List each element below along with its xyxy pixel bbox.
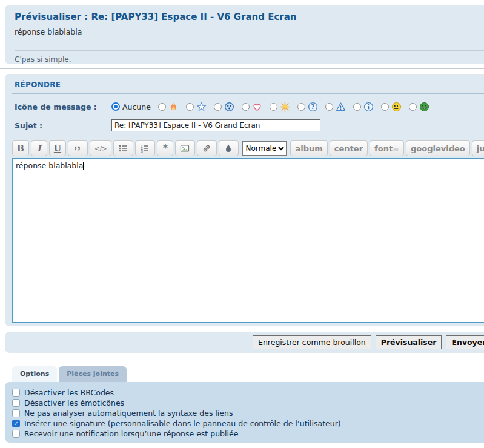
heart-icon — [252, 102, 262, 112]
font-bbcode-button[interactable]: font= — [370, 140, 404, 156]
yellow-smiley-icon — [391, 102, 402, 112]
forum-reply-page: Prévisualiser : Re: [PAPY33] Espace II -… — [0, 5, 484, 443]
underline-button[interactable]: U — [49, 140, 66, 156]
editor-text: réponse blablabla — [16, 161, 83, 170]
link-icon — [202, 143, 212, 154]
font-color-button[interactable] — [219, 140, 239, 156]
star-icon — [196, 102, 207, 112]
radio-icon-star[interactable] — [186, 102, 207, 112]
subject-row: Sujet : — [12, 119, 484, 131]
bullet-list-button[interactable] — [113, 140, 133, 156]
color-droplet-icon — [224, 143, 234, 154]
option-notify-reply[interactable]: Recevoir une notification lorsqu’une rép… — [12, 429, 484, 439]
green-grin-icon — [419, 102, 429, 112]
svg-text:?: ? — [311, 104, 314, 110]
radio-icon-green-grin[interactable] — [409, 102, 429, 112]
ordered-list-button[interactable]: 123 — [135, 140, 155, 156]
radio-selected[interactable] — [111, 102, 120, 111]
bullet-list-icon — [118, 143, 128, 154]
code-button[interactable]: </> — [90, 140, 111, 156]
option-disable-smilies[interactable]: Désactiver les émoticônes — [12, 398, 484, 408]
quote-icon — [73, 143, 83, 154]
subject-input[interactable] — [111, 119, 320, 131]
insert-link-button[interactable] — [197, 140, 217, 156]
bbcode-toolbar: B I U </> 123 * Normale album center fon… — [12, 140, 484, 156]
svg-text:3: 3 — [141, 149, 144, 153]
radio-icon-question[interactable]: ? — [297, 102, 318, 112]
submit-button[interactable]: Envoyer — [446, 335, 484, 349]
option-no-url-parse[interactable]: Ne pas analyser automatiquement la synta… — [12, 408, 484, 418]
subject-label: Sujet : — [15, 121, 111, 130]
ordered-list-icon: 123 — [140, 143, 150, 154]
option-attach-signature[interactable]: Insérer une signature (personnalisable d… — [12, 418, 484, 429]
options-tabs: Options Pièces jointes — [12, 366, 484, 382]
quote-button[interactable] — [68, 140, 88, 156]
font-size-select[interactable]: Normale — [242, 141, 287, 156]
option-disable-bbcodes[interactable]: Désactiver les BBCodes — [12, 387, 484, 398]
googlevideo-bbcode-button[interactable]: googlevideo — [406, 140, 470, 156]
preview-title: Prévisualiser : Re: [PAPY33] Espace II -… — [15, 12, 484, 22]
radio-icon-none[interactable]: Aucune — [111, 102, 151, 111]
options-panel: Désactiver les BBCodes Désactiver les ém… — [5, 382, 484, 443]
checkbox[interactable] — [12, 399, 20, 407]
italic-button[interactable]: I — [31, 140, 47, 156]
insert-image-button[interactable] — [175, 140, 195, 156]
info-icon — [363, 102, 374, 112]
radio-icon-heart[interactable] — [242, 102, 262, 112]
tab-attachments[interactable]: Pièces jointes — [59, 366, 127, 382]
checkbox[interactable] — [12, 389, 20, 397]
list-item-button[interactable]: * — [157, 140, 173, 156]
checkbox[interactable] — [12, 430, 20, 438]
warning-triangle-icon — [336, 102, 346, 112]
idea-bulb-icon — [280, 102, 290, 112]
preview-post-body: réponse blablabla — [15, 27, 484, 36]
message-icon-radios: Aucune — [111, 102, 429, 112]
radio-none-label: Aucune — [122, 102, 151, 111]
message-icon-label: Icône de message : — [15, 102, 111, 111]
preview-panel: Prévisualiser : Re: [PAPY33] Espace II -… — [5, 5, 484, 64]
message-editor[interactable]: réponse blablabla — [12, 158, 484, 323]
preview-button[interactable]: Prévisualiser — [376, 335, 442, 349]
save-draft-button[interactable]: Enregistrer comme brouillon — [253, 335, 371, 349]
reply-form-panel: RÉPONDRE Icône de message : Aucune — [5, 74, 484, 326]
center-bbcode-button[interactable]: center — [330, 140, 368, 156]
message-icon-row: Icône de message : Aucune — [12, 100, 484, 113]
justify-bbcode-button[interactable]: justify — [472, 140, 484, 156]
album-bbcode-button[interactable]: album — [290, 140, 327, 156]
question-icon: ? — [308, 102, 318, 112]
radio-icon-fire[interactable] — [158, 102, 179, 112]
radio-icon-info[interactable] — [353, 102, 374, 112]
bold-button[interactable]: B — [12, 140, 29, 156]
fire-icon — [168, 102, 179, 112]
actions-group: Enregistrer comme brouillon Prévisualise… — [253, 335, 484, 349]
tab-options[interactable]: Options — [12, 366, 57, 382]
text-caret — [83, 162, 84, 170]
checkbox[interactable] — [12, 420, 20, 427]
shocked-face-icon — [224, 102, 234, 112]
actions-panel: Enregistrer comme brouillon Prévisualise… — [5, 332, 484, 353]
checkbox[interactable] — [12, 409, 20, 417]
radio-icon-warning[interactable] — [325, 102, 346, 112]
signature-text: C'pas si simple. — [15, 50, 484, 64]
radio-icon-yellow-smiley[interactable] — [381, 102, 402, 112]
reply-section-header: RÉPONDRE — [12, 79, 484, 94]
image-icon — [180, 143, 190, 154]
radio-icon-shocked[interactable] — [214, 102, 234, 112]
section-divider — [0, 68, 484, 69]
radio-icon-idea[interactable] — [270, 102, 290, 112]
